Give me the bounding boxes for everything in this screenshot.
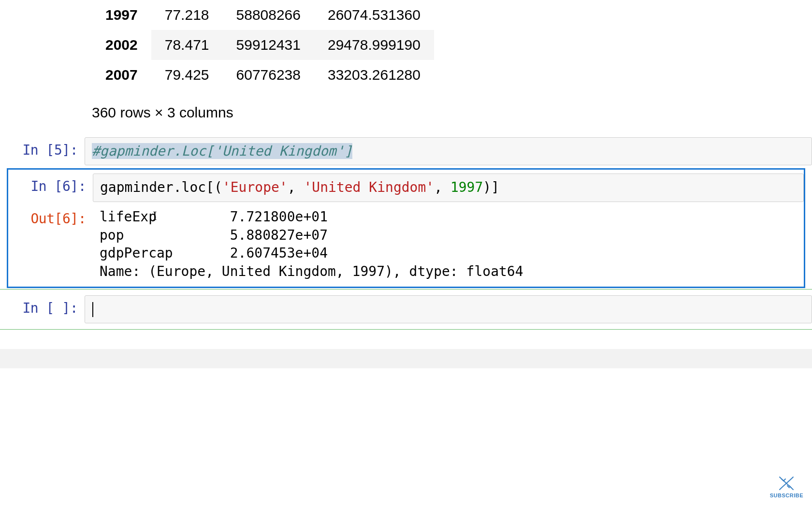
code-text: gapminder.loc[( bbox=[100, 179, 222, 195]
code-input-area[interactable]: gapminder.loc[('Europe', 'United Kingdom… bbox=[93, 174, 804, 202]
output-line: gdpPercap 2.607453e+04 bbox=[100, 245, 328, 261]
code-text: )] bbox=[483, 179, 499, 195]
text-cursor-icon bbox=[153, 209, 157, 225]
code-cell-empty[interactable]: In [ ]: bbox=[0, 293, 812, 325]
cell-lifeexp: 78.471 bbox=[151, 30, 223, 60]
output-line: Name: (Europe, United Kingdom, 1997), dt… bbox=[100, 263, 523, 279]
output-cell-6: Out[6]: lifeExp 7.721800e+01 pop 5.88082… bbox=[8, 204, 804, 285]
dataframe-table: 1997 77.218 58808266 26074.531360 2002 7… bbox=[92, 0, 434, 90]
cell-pop: 59912431 bbox=[223, 30, 314, 60]
selected-cell-border: In [6]: gapminder.loc[('Europe', 'United… bbox=[7, 168, 805, 288]
output-line: pop 5.880827e+07 bbox=[100, 227, 328, 243]
code-input-area[interactable]: #gapminder.Loc['United Kingdom'] bbox=[85, 137, 812, 165]
input-prompt: In [ ]: bbox=[0, 295, 85, 316]
cell-gdppercap: 26074.531360 bbox=[314, 0, 434, 30]
cell-gdppercap: 29478.999190 bbox=[314, 30, 434, 60]
code-cell-6[interactable]: In [6]: gapminder.loc[('Europe', 'United… bbox=[8, 172, 804, 203]
cell-lifeexp: 79.425 bbox=[151, 60, 223, 90]
code-string: 'Europe' bbox=[222, 179, 288, 195]
code-input-area[interactable] bbox=[85, 295, 812, 323]
cell-gdppercap: 33203.261280 bbox=[314, 60, 434, 90]
code-string: 'United Kingdom' bbox=[304, 179, 434, 195]
table-row: 2002 78.471 59912431 29478.999190 bbox=[92, 30, 434, 60]
code-text: , bbox=[434, 179, 450, 195]
output-line: lifeExp 7.721800e+01 bbox=[100, 209, 328, 225]
input-prompt: In [6]: bbox=[8, 174, 93, 194]
year-header: 2007 bbox=[92, 60, 151, 90]
jupyter-notebook: 1997 77.218 58808266 26074.531360 2002 7… bbox=[0, 0, 812, 330]
cell-pop: 60776238 bbox=[223, 60, 314, 90]
code-number: 1997 bbox=[450, 179, 483, 195]
year-header: 2002 bbox=[92, 30, 151, 60]
table-row: 2007 79.425 60776238 33203.261280 bbox=[92, 60, 434, 90]
code-cell-5[interactable]: In [5]: #gapminder.Loc['United Kingdom'] bbox=[0, 135, 812, 167]
input-prompt: In [5]: bbox=[0, 137, 85, 158]
table-row: 1997 77.218 58808266 26074.531360 bbox=[92, 0, 434, 30]
active-cell-border: In [ ]: bbox=[0, 289, 812, 330]
code-comment: #gapminder.Loc['United Kingdom'] bbox=[92, 143, 352, 159]
code-text: , bbox=[288, 179, 304, 195]
dataframe-output: 1997 77.218 58808266 26074.531360 2002 7… bbox=[0, 0, 812, 90]
dataframe-summary: 360 rows × 3 columns bbox=[0, 90, 812, 135]
cell-lifeexp: 77.218 bbox=[151, 0, 223, 30]
output-prompt: Out[6]: bbox=[8, 206, 93, 227]
text-cursor-icon bbox=[92, 302, 93, 317]
text-output: lifeExp 7.721800e+01 pop 5.880827e+07 gd… bbox=[93, 206, 804, 283]
cell-pop: 58808266 bbox=[223, 0, 314, 30]
year-header: 1997 bbox=[92, 0, 151, 30]
footer-background bbox=[0, 349, 812, 368]
